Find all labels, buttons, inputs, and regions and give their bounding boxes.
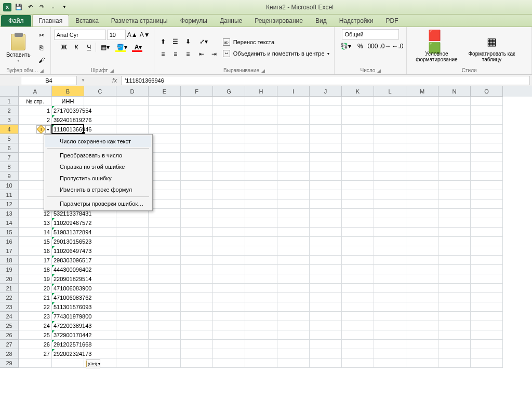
format-painter-icon[interactable]: 🖌: [36, 55, 47, 66]
cell-I22[interactable]: [277, 293, 310, 302]
merge-center-button[interactable]: ⇔ Объединить и поместить в центре ▼: [222, 49, 331, 58]
cell-M7[interactable]: [406, 153, 438, 162]
cell-H9[interactable]: [245, 171, 277, 181]
cell-D15[interactable]: [116, 228, 149, 237]
cell-F19[interactable]: [181, 265, 213, 274]
cell-J8[interactable]: [310, 162, 342, 171]
cell-F21[interactable]: [181, 284, 213, 293]
cell-N8[interactable]: [438, 162, 471, 171]
cell-I1[interactable]: [277, 97, 310, 106]
cell-L7[interactable]: [374, 153, 406, 162]
cell-O28[interactable]: [471, 349, 503, 358]
cell-M27[interactable]: [406, 340, 438, 349]
column-header-C[interactable]: C: [84, 86, 116, 97]
cell-C21[interactable]: [84, 284, 116, 293]
cut-icon[interactable]: ✂: [36, 30, 47, 41]
cell-E4[interactable]: [149, 125, 181, 134]
cell-F25[interactable]: [181, 321, 213, 330]
cell-I17[interactable]: [277, 246, 310, 256]
cell-A23[interactable]: 22: [19, 302, 52, 312]
cell-B28[interactable]: 292002324173: [52, 349, 84, 358]
cell-C3[interactable]: [84, 115, 116, 125]
row-header-28[interactable]: 28: [0, 349, 19, 358]
cell-N2[interactable]: [438, 106, 471, 115]
cell-O16[interactable]: [471, 237, 503, 246]
cell-L5[interactable]: [374, 134, 406, 143]
cell-C16[interactable]: [84, 237, 116, 246]
cell-H15[interactable]: [245, 228, 277, 237]
decrease-decimal-icon[interactable]: ←.0: [392, 41, 403, 52]
cell-I29[interactable]: [277, 358, 310, 368]
cell-L6[interactable]: [374, 143, 406, 153]
cell-E8[interactable]: [149, 162, 181, 171]
cell-N11[interactable]: [438, 190, 471, 200]
cell-F4[interactable]: [181, 125, 213, 134]
cell-B18[interactable]: 298303096517: [52, 256, 84, 265]
row-header-11[interactable]: 11: [0, 190, 19, 200]
cell-D28[interactable]: [116, 349, 149, 358]
cell-K28[interactable]: [342, 349, 374, 358]
column-header-I[interactable]: I: [277, 86, 310, 97]
cell-E25[interactable]: [149, 321, 181, 330]
cell-G6[interactable]: [213, 143, 245, 153]
cell-H14[interactable]: [245, 218, 277, 228]
cell-J13[interactable]: [310, 209, 342, 218]
cell-G12[interactable]: [213, 200, 245, 209]
cell-G23[interactable]: [213, 302, 245, 312]
error-dropdown-icon[interactable]: ▼: [46, 125, 51, 134]
cell-H22[interactable]: [245, 293, 277, 302]
cell-J26[interactable]: [310, 330, 342, 340]
row-header-13[interactable]: 13: [0, 209, 19, 218]
cell-C28[interactable]: [84, 349, 116, 358]
cell-M24[interactable]: [406, 312, 438, 321]
cell-L18[interactable]: [374, 256, 406, 265]
cell-I19[interactable]: [277, 265, 310, 274]
cell-N16[interactable]: [438, 237, 471, 246]
cell-J6[interactable]: [310, 143, 342, 153]
row-header-24[interactable]: 24: [0, 312, 19, 321]
cell-O6[interactable]: [471, 143, 503, 153]
cell-O14[interactable]: [471, 218, 503, 228]
cell-E5[interactable]: [149, 134, 181, 143]
cell-H29[interactable]: [245, 358, 277, 368]
cell-F2[interactable]: [181, 106, 213, 115]
cell-M5[interactable]: [406, 134, 438, 143]
cell-K15[interactable]: [342, 228, 374, 237]
cell-A21[interactable]: 20: [19, 284, 52, 293]
cell-N13[interactable]: [438, 209, 471, 218]
cell-G8[interactable]: [213, 162, 245, 171]
menu-ignore-error[interactable]: Пропустить ошибку: [45, 172, 151, 184]
column-header-J[interactable]: J: [310, 86, 342, 97]
cell-H18[interactable]: [245, 256, 277, 265]
cell-J19[interactable]: [310, 265, 342, 274]
undo-icon[interactable]: ↶: [25, 2, 35, 12]
cell-A25[interactable]: 24: [19, 321, 52, 330]
cell-B2[interactable]: 271700397554: [52, 106, 84, 115]
cell-M19[interactable]: [406, 265, 438, 274]
cell-H5[interactable]: [245, 134, 277, 143]
cell-B17[interactable]: 110206497473: [52, 246, 84, 256]
cell-M22[interactable]: [406, 293, 438, 302]
copy-icon[interactable]: ⎘: [36, 42, 47, 54]
cell-G27[interactable]: [213, 340, 245, 349]
cell-D24[interactable]: [116, 312, 149, 321]
cell-M2[interactable]: [406, 106, 438, 115]
cell-H26[interactable]: [245, 330, 277, 340]
border-button[interactable]: ▦▾: [97, 42, 113, 53]
cell-H28[interactable]: [245, 349, 277, 358]
orientation-icon[interactable]: ⤢▾: [196, 36, 211, 47]
cell-G11[interactable]: [213, 190, 245, 200]
cell-K8[interactable]: [342, 162, 374, 171]
increase-decimal-icon[interactable]: .0→: [379, 41, 391, 52]
cell-I8[interactable]: [277, 162, 310, 171]
cell-M15[interactable]: [406, 228, 438, 237]
cell-B3[interactable]: 392401819276: [52, 115, 84, 125]
cell-F15[interactable]: [181, 228, 213, 237]
cell-F5[interactable]: [181, 134, 213, 143]
cell-N1[interactable]: [438, 97, 471, 106]
cell-B23[interactable]: 511301576093: [52, 302, 84, 312]
cell-F13[interactable]: [181, 209, 213, 218]
cell-H2[interactable]: [245, 106, 277, 115]
cell-H6[interactable]: [245, 143, 277, 153]
cell-C4[interactable]: [84, 125, 116, 134]
